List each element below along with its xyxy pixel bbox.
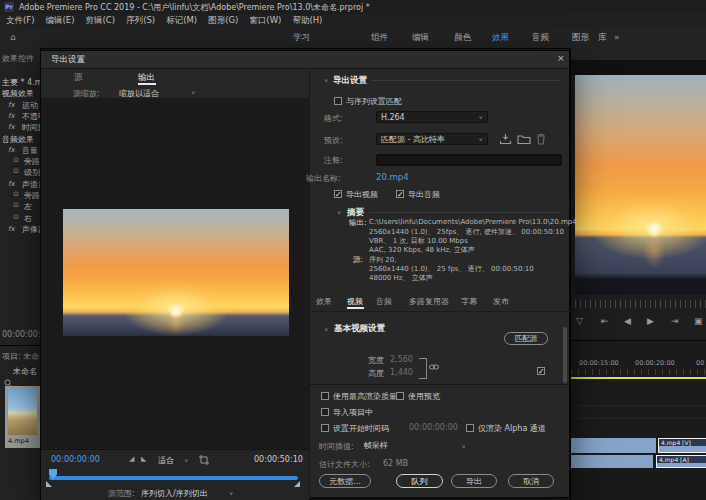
effect-row[interactable]: 时间重映射 bbox=[22, 122, 41, 133]
output-name-link[interactable]: 20.mp4 bbox=[376, 172, 409, 182]
menu-item[interactable]: 文件(F) bbox=[6, 15, 35, 27]
start-timecode-checkbox[interactable] bbox=[321, 424, 329, 432]
menu-item[interactable]: 剪辑(C) bbox=[86, 15, 116, 27]
menu-item[interactable]: 帮助(H) bbox=[292, 15, 322, 27]
format-select[interactable]: H.264 ∨ bbox=[376, 111, 488, 123]
width-value[interactable]: 2,560 bbox=[390, 355, 413, 364]
transport-marker-button[interactable]: ▽ bbox=[576, 316, 583, 326]
work-area-bar[interactable] bbox=[571, 377, 706, 379]
audio-clip[interactable] bbox=[571, 455, 653, 468]
project-clip-card[interactable]: 4.mp4 bbox=[5, 386, 40, 448]
use-previews-checkbox[interactable] bbox=[396, 392, 404, 400]
workspace-tab-音频[interactable]: 音频 bbox=[532, 32, 549, 44]
save-preset-icon[interactable] bbox=[499, 133, 512, 145]
stopwatch-icon[interactable]: ⊙ bbox=[13, 190, 19, 198]
settings-tab-视频[interactable]: 视频 bbox=[347, 296, 363, 307]
section-collapse-icon[interactable]: ∨ bbox=[324, 326, 328, 332]
effect-row[interactable]: 不透明度 bbox=[22, 111, 41, 122]
preview-timecode[interactable]: 00:00:00:00 bbox=[51, 455, 100, 464]
home-icon[interactable]: ⌂ bbox=[10, 32, 16, 42]
delete-preset-icon[interactable] bbox=[536, 133, 546, 145]
alpha-only-checkbox[interactable] bbox=[466, 424, 474, 432]
link-icon[interactable] bbox=[429, 363, 439, 371]
tab-effect-controls[interactable]: 效果控件 bbox=[2, 53, 34, 64]
timeline-ruler-label[interactable]: 00:00:20:00 bbox=[635, 359, 675, 367]
tab-source[interactable]: 源 bbox=[74, 72, 83, 84]
video-clip-selected[interactable]: 4.mp4 [V] bbox=[658, 438, 706, 453]
effect-param-row[interactable]: 旁路 bbox=[24, 156, 40, 167]
menu-item[interactable]: 窗口(W) bbox=[249, 15, 281, 27]
menu-item[interactable]: 标记(M) bbox=[166, 15, 197, 27]
effect-row[interactable]: 声道音量 bbox=[22, 179, 41, 190]
workspace-overflow[interactable]: » bbox=[614, 32, 620, 42]
import-project-checkbox[interactable] bbox=[321, 408, 329, 416]
chevron-down-icon[interactable]: ∨ bbox=[191, 90, 195, 96]
export-video-checkbox[interactable]: ✓ bbox=[334, 190, 342, 198]
export-audio-checkbox[interactable]: ✓ bbox=[396, 190, 404, 198]
transport-go-to-in-button[interactable]: ⇤ bbox=[601, 316, 609, 326]
workspace-tab-学习[interactable]: 学习 bbox=[293, 32, 310, 44]
transport-play-button[interactable]: ▶ bbox=[647, 316, 654, 326]
project-item-label[interactable]: 未命名 bbox=[13, 366, 37, 377]
transport-export-frame-button[interactable]: ▣ bbox=[694, 316, 703, 326]
chevron-down-icon[interactable]: ∨ bbox=[184, 457, 188, 463]
effect-param-row[interactable]: 右 bbox=[24, 213, 32, 224]
constrain-checkbox[interactable]: ✓ bbox=[537, 367, 545, 375]
out-point-handle[interactable] bbox=[294, 481, 300, 487]
workspace-tab-编辑[interactable]: 编辑 bbox=[412, 32, 429, 44]
match-source-button[interactable]: 匹配源 bbox=[504, 332, 548, 345]
comment-input[interactable] bbox=[376, 154, 562, 166]
transport-step-forward-button[interactable]: ⇥ bbox=[671, 316, 679, 326]
match-sequence-checkbox[interactable] bbox=[334, 97, 342, 105]
effect-section-row[interactable]: 视频效果 bbox=[2, 88, 34, 99]
timeline-ruler-ticks[interactable] bbox=[571, 369, 706, 375]
scrollbar-thumb[interactable] bbox=[563, 327, 567, 383]
workspace-tab-图形[interactable]: 图形 bbox=[572, 32, 589, 44]
time-interpolation-select[interactable]: 帧采样 ∨ bbox=[359, 439, 471, 451]
preview-scrubber-track[interactable] bbox=[49, 476, 298, 480]
transport-step-back-button[interactable]: ◀ bbox=[624, 316, 631, 326]
import-preset-icon[interactable] bbox=[517, 133, 531, 145]
workspace-tab-效果[interactable]: 效果 bbox=[492, 32, 509, 44]
stopwatch-icon[interactable]: ⊙ bbox=[13, 201, 19, 209]
metadata-button[interactable]: 元数据... bbox=[319, 474, 371, 488]
timeline-ruler-label[interactable]: 00 bbox=[696, 359, 704, 367]
dialog-titlebar[interactable]: 导出设置 × bbox=[41, 51, 569, 69]
in-point-handle[interactable] bbox=[46, 481, 52, 487]
cancel-button[interactable]: 取消 bbox=[508, 474, 554, 488]
settings-tab-发布[interactable]: 发布 bbox=[493, 296, 509, 307]
menu-item[interactable]: 编辑(E) bbox=[46, 15, 75, 27]
video-clip[interactable] bbox=[571, 438, 656, 453]
effect-controls-timecode[interactable]: 00:00:00:00 bbox=[2, 330, 41, 339]
settings-tab-音频[interactable]: 音频 bbox=[376, 296, 392, 307]
timeline-ruler-label[interactable]: 00:00:15:00 bbox=[579, 359, 619, 367]
effect-param-row[interactable]: 左 bbox=[24, 201, 32, 212]
menu-item[interactable]: 序列(S) bbox=[126, 15, 155, 27]
stopwatch-icon[interactable]: ⊙ bbox=[13, 213, 19, 221]
workspace-tab-颜色[interactable]: 颜色 bbox=[454, 32, 471, 44]
export-button[interactable]: 导出 bbox=[451, 474, 497, 488]
effect-row[interactable]: 音量 bbox=[22, 145, 38, 156]
chevron-down-icon[interactable]: ∨ bbox=[229, 490, 233, 496]
settings-tab-多路复用器[interactable]: 多路复用器 bbox=[409, 296, 449, 307]
stopwatch-icon[interactable]: ⊙ bbox=[13, 167, 19, 175]
height-value[interactable]: 1,440 bbox=[390, 368, 413, 377]
stopwatch-icon[interactable]: ⊙ bbox=[13, 156, 19, 164]
clip-thumbnail[interactable] bbox=[8, 389, 37, 435]
effect-param-row[interactable]: 旁路 bbox=[24, 190, 40, 201]
source-range-select[interactable]: 序列切入/序列切出 bbox=[141, 488, 208, 499]
workspace-tab-库[interactable]: 库 bbox=[598, 32, 607, 44]
effect-row[interactable]: 运动 bbox=[22, 100, 38, 111]
section-collapse-icon[interactable]: ∨ bbox=[324, 78, 328, 84]
max-quality-checkbox[interactable] bbox=[321, 392, 329, 400]
settings-tab-字幕[interactable]: 字幕 bbox=[461, 296, 477, 307]
close-icon[interactable]: × bbox=[557, 53, 565, 63]
monitor-timeline-ruler[interactable] bbox=[575, 300, 706, 308]
effect-master-row[interactable]: 主要 * 4.mp4 bbox=[2, 77, 41, 88]
crop-icon[interactable] bbox=[199, 455, 209, 465]
menu-item[interactable]: 图形(G) bbox=[208, 15, 238, 27]
preset-select[interactable]: 匹配源 - 高比特率 ∨ bbox=[376, 133, 488, 145]
effect-section-row[interactable]: 音频效果 bbox=[2, 134, 34, 145]
settings-tab-效果[interactable]: 效果 bbox=[316, 296, 332, 307]
tab-project[interactable]: 项目: 未命名 bbox=[2, 351, 41, 362]
